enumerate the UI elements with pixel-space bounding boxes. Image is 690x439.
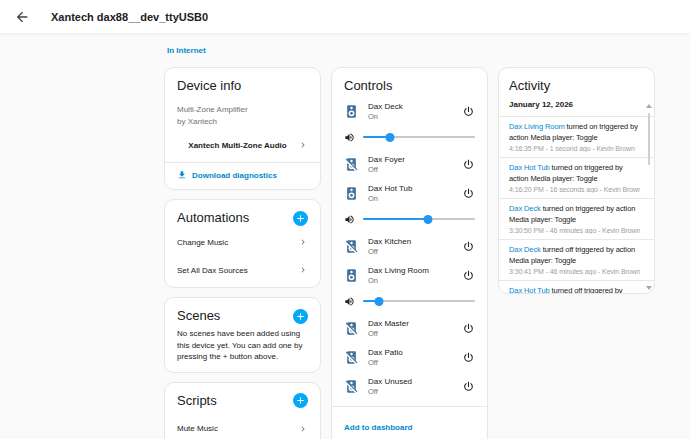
plus-icon [295, 311, 306, 322]
log-entity-link[interactable]: Dax Deck [509, 204, 541, 213]
power-toggle-button[interactable] [462, 269, 475, 282]
automation-item-change-music[interactable]: Change Music [165, 228, 320, 256]
volume-slider[interactable] [363, 132, 475, 142]
volume-slider[interactable] [363, 296, 475, 306]
entity-text: Dax Kitchen Off [368, 237, 453, 256]
entity-row-dax-deck[interactable]: Dax Deck On [332, 97, 487, 126]
entity-row-dax-kitchen[interactable]: Dax Kitchen Off [332, 232, 487, 261]
integration-label: Xantech Multi-Zone Audio [177, 141, 298, 150]
download-diagnostics-link[interactable]: Download diagnostics [192, 171, 277, 180]
activity-title: Activity [499, 68, 654, 100]
slider-thumb[interactable] [385, 133, 394, 142]
scrollbar-thumb[interactable] [648, 113, 650, 165]
power-icon [462, 240, 475, 253]
device-manufacturer: by Xantech [165, 115, 320, 127]
entity-name: Dax Deck [368, 102, 453, 111]
power-icon [462, 187, 475, 200]
log-text: Dax Deck turned off triggered by action … [509, 245, 640, 266]
log-text: Dax Hot Tub turned off triggered by acti… [509, 286, 640, 294]
power-toggle-button[interactable] [462, 187, 475, 200]
add-automation-button[interactable] [293, 211, 308, 226]
log-entity-link[interactable]: Dax Deck [509, 245, 541, 254]
log-entity-link[interactable]: Dax Living Room [509, 122, 565, 131]
log-entity-link[interactable]: Dax Hot Tub [509, 163, 550, 172]
entity-name: Dax Foyer [368, 155, 453, 164]
activity-card: Activity January 12, 2026 Dax Living Roo… [498, 67, 655, 294]
chevron-right-icon [298, 140, 308, 150]
speaker-off-icon [344, 157, 359, 172]
volume-slider[interactable] [363, 214, 475, 224]
slider-thumb[interactable] [374, 297, 383, 306]
entity-text: Dax Deck On [368, 102, 453, 121]
scenes-empty-text: No scenes have been added using this dev… [165, 326, 320, 372]
speaker-icon [344, 186, 359, 201]
entity-state: Off [368, 329, 453, 338]
entity-row-dax-living-room[interactable]: Dax Living Room On [332, 261, 487, 290]
entity-state: On [368, 194, 453, 203]
area-link[interactable]: In Internet [167, 46, 206, 55]
automation-item-set-all-dax-sources[interactable]: Set All Dax Sources [165, 256, 320, 287]
power-toggle-button[interactable] [462, 158, 475, 171]
log-entity-link[interactable]: Dax Hot Tub [509, 286, 550, 294]
volume-high-icon [344, 214, 355, 225]
entity-state: Off [368, 247, 453, 256]
entity-name: Dax Kitchen [368, 237, 453, 246]
activity-scrollbar[interactable] [645, 104, 653, 290]
middle-column: Controls Dax Deck On [331, 67, 488, 439]
slider-thumb[interactable] [423, 215, 432, 224]
back-button[interactable] [14, 9, 30, 25]
entity-state: On [368, 276, 453, 285]
power-icon [462, 380, 475, 393]
log-entry: Dax Deck turned on triggered by action M… [499, 199, 654, 240]
entity-text: Dax Hot Tub On [368, 184, 453, 203]
left-column: Device info Multi-Zone Amplifier by Xant… [164, 67, 321, 439]
content-columns: Device info Multi-Zone Amplifier by Xant… [164, 67, 655, 439]
entity-text: Dax Living Room On [368, 266, 453, 285]
log-entry: Dax Hot Tub turned off triggered by acti… [499, 281, 654, 294]
power-icon [462, 158, 475, 171]
entity-text: Dax Master Off [368, 319, 453, 338]
power-toggle-button[interactable] [462, 240, 475, 253]
entity-name: Dax Living Room [368, 266, 453, 275]
device-model: Multi-Zone Amplifier [165, 97, 320, 115]
power-toggle-button[interactable] [462, 380, 475, 393]
entity-text: Dax Foyer Off [368, 155, 453, 174]
entity-row-dax-foyer[interactable]: Dax Foyer Off [332, 150, 487, 179]
device-info-title: Device info [165, 68, 320, 97]
speaker-off-icon [344, 239, 359, 254]
add-script-button[interactable] [293, 393, 308, 408]
device-info-footer: Download diagnostics [165, 162, 320, 189]
entity-row-dax-hot-tub[interactable]: Dax Hot Tub On [332, 179, 487, 208]
script-item-mute-music[interactable]: Mute Music [165, 411, 320, 439]
log-text: Dax Hot Tub turned on triggered by actio… [509, 163, 640, 184]
power-icon [462, 105, 475, 118]
entity-row-dax-master[interactable]: Dax Master Off [332, 314, 487, 343]
add-scene-button[interactable] [293, 309, 308, 324]
automations-header: Automations [165, 200, 320, 228]
entity-text: Dax Patio Off [368, 348, 453, 367]
add-to-dashboard-link[interactable]: Add to dashboard [344, 423, 412, 432]
entity-name: Dax Unused [368, 377, 453, 386]
scroll-down-arrow-icon[interactable] [646, 286, 652, 290]
volume-high-icon [344, 132, 355, 143]
controls-title: Controls [332, 68, 487, 97]
log-text: Dax Deck turned on triggered by action M… [509, 204, 640, 225]
volume-row-dax-hot-tub [332, 208, 487, 232]
volume-row-dax-living-room [332, 290, 487, 314]
arrow-left-icon [14, 9, 30, 25]
scenes-card: Scenes No scenes have been added using t… [164, 297, 321, 373]
entity-row-dax-unused[interactable]: Dax Unused Off [332, 372, 487, 401]
power-icon [462, 269, 475, 282]
entity-state: Off [368, 165, 453, 174]
automation-label: Set All Dax Sources [177, 266, 248, 275]
scroll-up-arrow-icon[interactable] [646, 104, 652, 108]
scripts-title: Scripts [177, 393, 217, 409]
entity-row-dax-patio[interactable]: Dax Patio Off [332, 343, 487, 372]
entity-state: Off [368, 358, 453, 367]
power-toggle-button[interactable] [462, 351, 475, 364]
power-toggle-button[interactable] [462, 322, 475, 335]
integration-link[interactable]: Xantech Multi-Zone Audio [165, 133, 320, 157]
power-toggle-button[interactable] [462, 105, 475, 118]
entity-name: Dax Hot Tub [368, 184, 453, 193]
log-meta: 3:30:41 PM - 46 minutes ago - Kevin Brow… [509, 268, 640, 275]
